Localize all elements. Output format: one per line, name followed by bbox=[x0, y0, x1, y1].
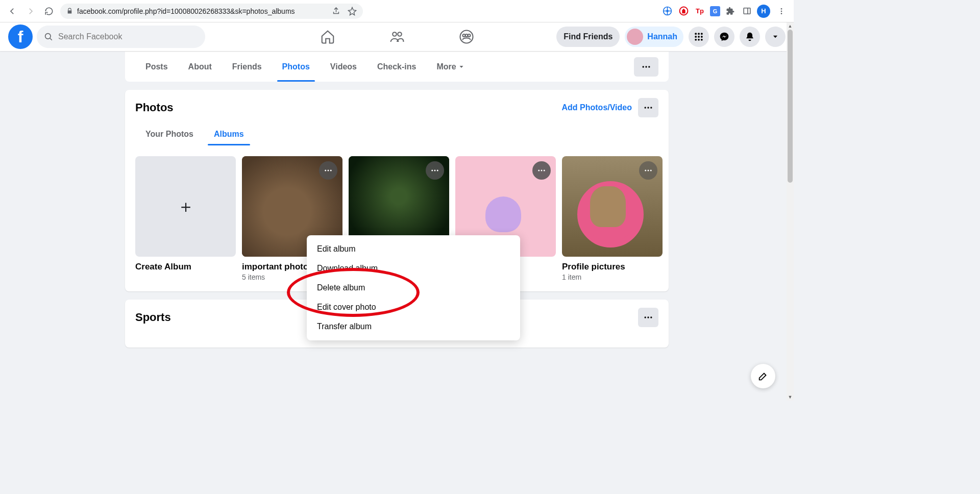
url-text: facebook.com/profile.php?id=100080026268… bbox=[77, 7, 295, 15]
sports-title: Sports bbox=[135, 311, 171, 324]
lock-icon bbox=[66, 8, 73, 14]
search-bar[interactable] bbox=[37, 26, 205, 48]
create-album-label: Create Album bbox=[135, 262, 236, 272]
svg-point-19 bbox=[698, 36, 700, 38]
back-button[interactable] bbox=[5, 4, 19, 18]
svg-point-15 bbox=[695, 33, 697, 35]
svg-point-5 bbox=[781, 8, 782, 10]
svg-point-25 bbox=[645, 66, 647, 67]
profile-nav: Posts About Friends Photos Videos Check-… bbox=[125, 51, 669, 82]
svg-point-36 bbox=[538, 170, 540, 171]
profile-more-button[interactable] bbox=[634, 57, 658, 77]
add-photos-link[interactable]: Add Photos/Video bbox=[562, 103, 632, 112]
menu-grid-button[interactable] bbox=[689, 27, 709, 47]
menu-edit-cover-photo[interactable]: Edit cover photo bbox=[311, 298, 516, 317]
scroll-down-arrow[interactable]: ▼ bbox=[787, 393, 794, 401]
compose-button[interactable] bbox=[751, 364, 775, 388]
star-icon[interactable] bbox=[348, 7, 357, 16]
sports-more-button[interactable] bbox=[638, 308, 658, 327]
svg-point-44 bbox=[650, 316, 652, 318]
tab-videos[interactable]: Videos bbox=[320, 52, 367, 82]
svg-point-14 bbox=[465, 34, 468, 37]
vertical-scrollbar[interactable]: ▲ ▼ bbox=[787, 22, 794, 401]
search-icon bbox=[44, 32, 53, 41]
browser-toolbar: facebook.com/profile.php?id=100080026268… bbox=[0, 0, 794, 22]
svg-point-38 bbox=[544, 170, 545, 171]
menu-delete-album[interactable]: Delete album bbox=[311, 278, 516, 298]
svg-point-37 bbox=[541, 170, 543, 171]
svg-point-23 bbox=[701, 39, 703, 41]
svg-point-35 bbox=[437, 170, 438, 171]
svg-point-42 bbox=[645, 316, 646, 318]
album-options-button[interactable] bbox=[426, 161, 444, 180]
svg-point-8 bbox=[45, 34, 51, 39]
tab-more[interactable]: More bbox=[426, 52, 475, 82]
subtab-albums[interactable]: Albums bbox=[204, 124, 254, 145]
plus-icon: ＋ bbox=[177, 195, 194, 218]
svg-point-43 bbox=[647, 316, 649, 318]
album-title: Profile pictures bbox=[562, 262, 663, 272]
tab-checkins[interactable]: Check-ins bbox=[367, 52, 426, 82]
avatar-icon bbox=[627, 29, 643, 45]
extension-icon-2[interactable] bbox=[677, 5, 690, 17]
home-icon[interactable] bbox=[318, 28, 337, 46]
svg-point-40 bbox=[648, 170, 649, 171]
search-input[interactable] bbox=[58, 32, 198, 41]
menu-download-album[interactable]: Download album bbox=[311, 259, 516, 278]
scroll-up-arrow[interactable]: ▲ bbox=[787, 22, 794, 30]
extensions-puzzle-icon[interactable] bbox=[724, 5, 737, 17]
photos-title: Photos bbox=[135, 101, 174, 114]
album-options-button[interactable] bbox=[639, 161, 657, 180]
svg-point-24 bbox=[643, 66, 644, 67]
svg-point-7 bbox=[781, 13, 782, 14]
svg-point-20 bbox=[701, 36, 703, 38]
find-friends-button[interactable]: Find Friends bbox=[556, 27, 620, 47]
extension-icon-1[interactable] bbox=[661, 5, 673, 17]
profile-chip[interactable]: Hannah bbox=[625, 27, 683, 47]
svg-point-6 bbox=[781, 10, 782, 12]
svg-rect-3 bbox=[744, 8, 750, 14]
album-count: 1 item bbox=[562, 273, 663, 281]
svg-point-21 bbox=[695, 39, 697, 41]
svg-point-28 bbox=[647, 107, 649, 108]
album-options-button[interactable] bbox=[319, 161, 337, 180]
profile-avatar-browser[interactable]: H bbox=[757, 5, 770, 18]
create-album-tile[interactable]: ＋ Create Album bbox=[135, 156, 236, 281]
svg-point-30 bbox=[325, 170, 326, 171]
reload-button[interactable] bbox=[42, 4, 56, 18]
tab-about[interactable]: About bbox=[178, 52, 222, 82]
album-options-button[interactable] bbox=[532, 161, 551, 180]
svg-point-32 bbox=[330, 170, 332, 171]
subtab-your-photos[interactable]: Your Photos bbox=[135, 124, 204, 145]
scrollbar-thumb[interactable] bbox=[788, 30, 793, 183]
extension-icon-tp[interactable]: Tp bbox=[694, 5, 706, 17]
svg-point-10 bbox=[398, 32, 402, 36]
album-context-menu: Edit album Download album Delete album E… bbox=[307, 235, 520, 340]
menu-edit-album[interactable]: Edit album bbox=[311, 239, 516, 259]
share-icon[interactable] bbox=[332, 7, 340, 15]
tab-friends[interactable]: Friends bbox=[222, 52, 272, 82]
svg-point-33 bbox=[431, 170, 433, 171]
messenger-button[interactable] bbox=[714, 27, 734, 47]
account-dropdown-button[interactable] bbox=[765, 27, 786, 47]
album-tile[interactable]: Profile pictures 1 item bbox=[562, 156, 663, 281]
friends-icon[interactable] bbox=[388, 28, 406, 46]
forward-button[interactable] bbox=[23, 4, 38, 18]
tab-posts[interactable]: Posts bbox=[135, 52, 178, 82]
groups-icon[interactable] bbox=[457, 28, 476, 46]
facebook-logo[interactable]: f bbox=[8, 24, 33, 49]
menu-transfer-album[interactable]: Transfer album bbox=[311, 317, 516, 336]
svg-point-18 bbox=[695, 36, 697, 38]
facebook-header: f Find Friends Hannah bbox=[0, 22, 794, 51]
svg-point-17 bbox=[701, 33, 703, 35]
panel-icon[interactable] bbox=[741, 5, 753, 17]
tab-photos[interactable]: Photos bbox=[272, 52, 320, 82]
extension-icon-translate[interactable]: G bbox=[710, 6, 720, 16]
notifications-button[interactable] bbox=[740, 27, 760, 47]
svg-point-22 bbox=[698, 39, 700, 41]
photos-more-button[interactable] bbox=[638, 98, 658, 117]
svg-point-16 bbox=[698, 33, 700, 35]
svg-point-31 bbox=[328, 170, 329, 171]
address-bar[interactable]: facebook.com/profile.php?id=100080026268… bbox=[60, 4, 363, 19]
browser-menu-icon[interactable] bbox=[774, 4, 789, 18]
